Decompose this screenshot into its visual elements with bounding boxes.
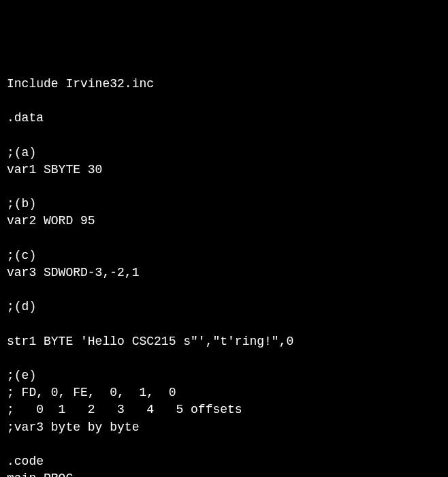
code-line bbox=[7, 93, 441, 110]
code-line: main PROC bbox=[7, 470, 441, 477]
code-line: ;(c) bbox=[7, 247, 441, 264]
code-line bbox=[7, 436, 441, 453]
code-line: var3 SDWORD-3,-2,1 bbox=[7, 264, 441, 281]
code-line: ; FD, 0, FE, 0, 1, 0 bbox=[7, 384, 441, 401]
code-line: Include Irvine32.inc bbox=[7, 76, 441, 93]
code-line: var1 SBYTE 30 bbox=[7, 161, 441, 179]
code-block: Include Irvine32.inc.data;(a)var1 SBYTE … bbox=[7, 76, 441, 477]
code-line: .data bbox=[7, 110, 441, 127]
code-line: ;(b) bbox=[7, 196, 441, 213]
code-line: var2 WORD 95 bbox=[7, 213, 441, 230]
code-line: ;(a) bbox=[7, 144, 441, 161]
code-line bbox=[7, 127, 441, 144]
code-line: str1 BYTE 'Hello CSC215 s"',"t'ring!",0 bbox=[7, 333, 441, 350]
code-line bbox=[7, 316, 441, 333]
code-line bbox=[7, 350, 441, 367]
code-line bbox=[7, 230, 441, 247]
code-line bbox=[7, 281, 441, 298]
code-line: ;var3 byte by byte bbox=[7, 419, 441, 436]
code-line: ; 0 1 2 3 4 5 offsets bbox=[7, 401, 441, 418]
code-line bbox=[7, 179, 441, 196]
code-line: .code bbox=[7, 453, 441, 470]
code-line: ;(d) bbox=[7, 298, 441, 316]
code-line: ;(e) bbox=[7, 367, 441, 384]
